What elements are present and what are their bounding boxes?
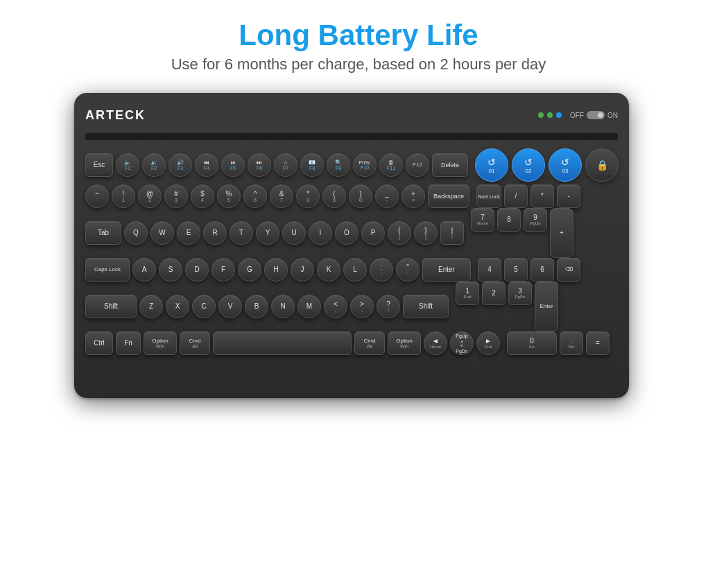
- key-fn[interactable]: Fn: [116, 331, 141, 355]
- key-lt[interactable]: <,: [324, 295, 347, 318]
- key-capslock[interactable]: Caps Lock: [85, 258, 130, 282]
- key-num7[interactable]: 7Home: [471, 208, 494, 232]
- key-0[interactable]: )0: [349, 184, 372, 208]
- main-title: Long Battery Life: [171, 19, 546, 51]
- key-b[interactable]: B: [245, 295, 268, 318]
- key-shift-left[interactable]: Shift: [85, 295, 137, 318]
- key-gt[interactable]: >.: [350, 295, 374, 318]
- key-k[interactable]: K: [317, 258, 340, 282]
- key-num-equals[interactable]: =: [586, 331, 610, 355]
- key-cmd-right[interactable]: CmdAlt: [354, 331, 385, 355]
- key-question[interactable]: ?/: [377, 295, 400, 318]
- key-s[interactable]: S: [159, 258, 182, 282]
- key-w[interactable]: W: [150, 221, 174, 245]
- key-minus[interactable]: _-: [375, 184, 399, 208]
- keyboard-container: ARTECK OFF ON: [74, 93, 643, 460]
- key-left[interactable]: ◄Home: [424, 331, 447, 355]
- subtitle: Use for 6 months per charge, based on 2 …: [171, 55, 546, 74]
- key-3[interactable]: #3: [164, 184, 188, 208]
- page-header: Long Battery Life Use for 6 months per c…: [171, 0, 546, 74]
- key-num-plus[interactable]: +: [550, 208, 573, 258]
- key-num-backspace[interactable]: ⌫: [557, 258, 580, 282]
- key-tilde[interactable]: ~`: [85, 184, 109, 208]
- key-5[interactable]: %5: [217, 184, 241, 208]
- key-numlock[interactable]: Num Lock: [476, 184, 501, 208]
- key-num6[interactable]: 6: [530, 258, 554, 282]
- key-num-del[interactable]: .Del: [560, 331, 583, 355]
- shift-row: Shift Z X C V B N M <, >. ?/ Shift 1End …: [85, 282, 619, 331]
- key-z[interactable]: Z: [139, 295, 163, 318]
- key-q[interactable]: Q: [124, 221, 148, 245]
- key-option-right[interactable]: OptionWin: [388, 331, 421, 355]
- key-enter[interactable]: Enter: [422, 258, 471, 282]
- key-y[interactable]: Y: [256, 221, 279, 245]
- key-v[interactable]: V: [218, 295, 242, 318]
- caps-row: Caps Lock A S D F G H J K L :; "' Enter …: [85, 258, 619, 282]
- tab-row: Tab Q W E R T Y U I O P {[ }] |\ 7Ho: [85, 208, 619, 258]
- key-num4[interactable]: 4: [478, 258, 501, 282]
- key-num-enter[interactable]: Enter: [535, 282, 558, 331]
- key-1[interactable]: !1: [112, 184, 135, 208]
- key-c[interactable]: C: [192, 295, 216, 318]
- key-num2[interactable]: 2: [482, 282, 506, 305]
- key-i[interactable]: I: [309, 221, 332, 245]
- key-4[interactable]: $4: [191, 184, 214, 208]
- key-equals[interactable]: +=: [401, 184, 425, 208]
- key-m[interactable]: M: [297, 295, 321, 318]
- left-keys: Esc 🔈 F1 🔉 F2 🔊 F3 ⏮: [85, 146, 619, 355]
- key-shift-right[interactable]: Shift: [403, 295, 449, 318]
- key-f[interactable]: F: [211, 258, 235, 282]
- key-updown[interactable]: PgUp ▲ ▼ PgDn: [450, 331, 474, 355]
- key-right[interactable]: ►End: [476, 331, 500, 355]
- key-num0[interactable]: 0Ins: [507, 331, 557, 355]
- main-layout: Esc 🔈 F1 🔉 F2 🔊 F3 ⏮: [85, 146, 618, 355]
- key-7[interactable]: &7: [270, 184, 293, 208]
- key-num8[interactable]: 8: [497, 208, 521, 232]
- key-h[interactable]: H: [264, 258, 288, 282]
- key-6[interactable]: ^6: [243, 184, 267, 208]
- key-lbracket[interactable]: {[: [388, 221, 411, 245]
- key-space[interactable]: [213, 331, 352, 355]
- key-e[interactable]: E: [177, 221, 200, 245]
- key-ctrl[interactable]: Ctrl: [85, 331, 113, 355]
- key-num-star[interactable]: *: [530, 184, 554, 208]
- key-j[interactable]: J: [291, 258, 314, 282]
- key-num1[interactable]: 1End: [456, 282, 479, 305]
- key-backspace[interactable]: Backspace: [428, 184, 469, 208]
- key-d[interactable]: D: [185, 258, 209, 282]
- key-backslash[interactable]: |\: [440, 221, 464, 245]
- key-num-slash[interactable]: /: [504, 184, 528, 208]
- key-tab[interactable]: Tab: [85, 221, 121, 245]
- ctrl-row: Ctrl Fn OptionWin CmdAlt CmdAlt OptionWi…: [85, 331, 619, 355]
- key-u[interactable]: U: [282, 221, 306, 245]
- key-a[interactable]: A: [132, 258, 156, 282]
- keyboard-reflection: [74, 92, 629, 175]
- key-r[interactable]: R: [203, 221, 227, 245]
- key-n[interactable]: N: [271, 295, 295, 318]
- key-num5[interactable]: 5: [504, 258, 528, 282]
- key-8[interactable]: *8: [296, 184, 320, 208]
- key-o[interactable]: O: [335, 221, 358, 245]
- key-2[interactable]: @2: [138, 184, 162, 208]
- key-option-left[interactable]: OptionWin: [144, 331, 177, 355]
- key-x[interactable]: X: [166, 295, 189, 318]
- key-rbracket[interactable]: }]: [414, 221, 438, 245]
- key-p[interactable]: P: [361, 221, 385, 245]
- key-t[interactable]: T: [230, 221, 253, 245]
- key-semicolon[interactable]: :;: [370, 258, 393, 282]
- key-l[interactable]: L: [343, 258, 367, 282]
- key-num-minus[interactable]: -: [557, 184, 580, 208]
- number-row: ~` !1 @2 #3 $4 %5 ^6 &7 *8 (9 )0 _- += B…: [85, 184, 619, 208]
- key-quote[interactable]: "': [396, 258, 420, 282]
- key-9[interactable]: (9: [322, 184, 346, 208]
- key-num3[interactable]: 3PgDn: [508, 282, 532, 305]
- key-g[interactable]: G: [238, 258, 261, 282]
- key-cmd-left[interactable]: CmdAlt: [180, 331, 210, 355]
- key-num9[interactable]: 9PgUp: [524, 208, 547, 232]
